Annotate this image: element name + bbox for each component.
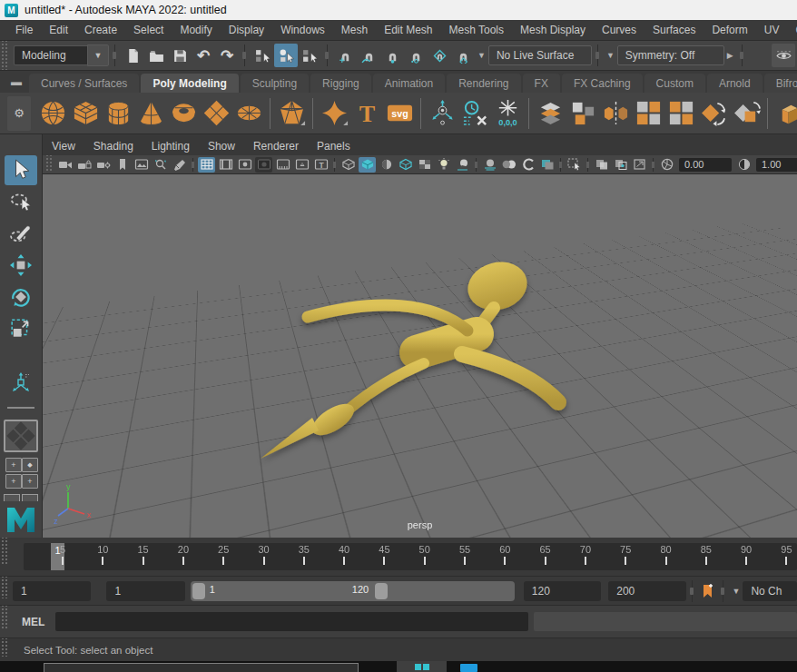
isolate-select-button[interactable] [566, 157, 583, 173]
menu-set-selector[interactable]: Modeling ▼ [14, 44, 109, 66]
menu-surfaces[interactable]: Surfaces [644, 21, 704, 39]
xray-button[interactable] [593, 157, 610, 173]
gate-mask-button[interactable] [255, 157, 272, 173]
chevron-down-icon[interactable]: ▼ [87, 44, 109, 66]
boolean-difference-button[interactable] [730, 96, 763, 131]
separate-button[interactable] [566, 96, 599, 131]
layout-single-pane-button[interactable] [4, 420, 38, 452]
shelf-tab-fx-caching[interactable]: FX Caching [562, 74, 643, 93]
shelf-tab-curves-surfaces[interactable]: Curves / Surfaces [29, 74, 139, 93]
select-by-hierarchy-button[interactable] [251, 44, 274, 67]
poly-cube-button[interactable] [69, 96, 102, 131]
viewport-persp[interactable]: y x z persp [43, 174, 797, 538]
lasso-tool[interactable] [5, 187, 37, 217]
shelf-tab-bifrost[interactable]: Bifrost [764, 74, 797, 93]
drag-grip[interactable] [0, 538, 8, 565]
animation-start-field[interactable]: 1 [13, 581, 91, 601]
layout-persp-outliner-button[interactable]: ◆ [22, 458, 38, 472]
drag-grip[interactable] [0, 606, 8, 629]
shelf-gear-icon[interactable]: ⚙ [7, 96, 31, 131]
shelf-tab-poly-modeling[interactable]: Poly Modeling [141, 74, 238, 93]
shelf-tab-rendering[interactable]: Rendering [447, 74, 520, 93]
rotate-tool[interactable] [5, 282, 37, 312]
mel-input[interactable] [55, 612, 528, 631]
combine-button[interactable] [534, 96, 566, 131]
snap-to-grid-button[interactable] [333, 44, 357, 67]
range-start-handle[interactable] [192, 583, 205, 599]
select-camera-button[interactable] [56, 157, 74, 173]
mel-label[interactable]: MEL [22, 616, 44, 628]
select-by-component-button[interactable] [298, 44, 321, 67]
snap-to-projected-center-button[interactable] [404, 44, 428, 67]
poly-plane-button[interactable] [200, 96, 232, 131]
menu-modify[interactable]: Modify [172, 21, 220, 39]
menu-mesh-display[interactable]: Mesh Display [512, 21, 594, 39]
extrude-button[interactable] [772, 96, 797, 131]
menu-uv[interactable]: UV [756, 21, 788, 39]
reduce-button[interactable] [664, 96, 697, 131]
panel-menu-show[interactable]: Show [199, 138, 244, 154]
poly-torus-button[interactable] [167, 96, 200, 131]
drag-grip[interactable] [0, 577, 8, 598]
wireframe-on-shaded-button[interactable] [397, 157, 414, 173]
chevron-down-icon[interactable]: ▼ [729, 587, 743, 596]
panel-menu-lighting[interactable]: Lighting [143, 138, 199, 154]
poly-sphere-button[interactable] [36, 96, 69, 131]
new-scene-button[interactable] [121, 44, 144, 67]
pan-zoom-button[interactable] [152, 157, 169, 173]
character-set-field[interactable]: No Ch [743, 581, 797, 601]
menu-edit[interactable]: Edit [41, 21, 76, 39]
freeze-transformations-button[interactable]: 0,0,0 [491, 96, 524, 131]
depth-peeling-button[interactable] [538, 157, 556, 173]
menu-edit-mesh[interactable]: Edit Mesh [376, 21, 440, 39]
panel-menu-renderer[interactable]: Renderer [244, 138, 308, 154]
live-surface-field[interactable]: No Live Surface [488, 45, 592, 65]
bookmark-button[interactable] [113, 157, 131, 173]
bookmark-add-button[interactable] [698, 581, 718, 601]
scale-tool[interactable] [5, 314, 37, 344]
chevron-right-icon[interactable]: ▶ [724, 51, 736, 60]
playback-start-field[interactable]: 1 [106, 581, 184, 601]
shadows-button[interactable] [454, 157, 471, 173]
make-live-button[interactable] [451, 44, 475, 67]
save-scene-button[interactable] [168, 44, 192, 67]
panel-menu-shading[interactable]: Shading [84, 138, 143, 154]
textured-button[interactable] [378, 157, 395, 173]
redo-button[interactable]: ↷ [215, 44, 239, 67]
super-shape-button[interactable] [318, 96, 350, 131]
delete-history-button[interactable] [458, 96, 491, 131]
drag-grip[interactable] [0, 41, 8, 70]
grid-button[interactable] [198, 157, 215, 173]
menu-select[interactable]: Select [125, 21, 172, 39]
menu-curves[interactable]: Curves [594, 21, 644, 39]
chevron-down-icon[interactable]: ▼ [604, 51, 617, 60]
film-gate-button[interactable] [217, 157, 234, 173]
symmetry-field[interactable]: Symmetry: Off [617, 45, 724, 65]
range-end-handle[interactable] [375, 583, 388, 599]
playback-end-field[interactable]: 120 [524, 581, 601, 601]
taskbar-blue-icon[interactable] [460, 664, 477, 672]
select-tool[interactable] [5, 155, 37, 185]
range-slider-track[interactable]: 1 120 [191, 581, 515, 601]
menu-create[interactable]: Create [76, 21, 125, 39]
svg-tool-button[interactable]: svg [383, 96, 416, 131]
layout-four-pane-a-button[interactable]: + [5, 458, 22, 472]
snap-to-point-button[interactable] [380, 44, 404, 67]
move-tool[interactable] [5, 251, 37, 281]
resolution-gate-button[interactable] [236, 157, 253, 173]
paint-selection-tool[interactable] [5, 219, 37, 249]
chevron-down-icon[interactable]: ▼ [475, 51, 488, 60]
smooth-shade-button[interactable] [359, 157, 376, 173]
poly-cone-button[interactable] [134, 96, 167, 131]
safe-action-button[interactable] [293, 157, 310, 173]
snap-to-view-plane-button[interactable] [428, 44, 451, 67]
select-by-object-button[interactable] [274, 44, 298, 67]
menu-generate[interactable]: Generate [787, 21, 797, 39]
sweep-mesh-button[interactable] [426, 96, 458, 131]
image-plane-button[interactable] [133, 157, 150, 173]
drag-grip[interactable] [0, 638, 8, 657]
exposure-icon[interactable] [658, 157, 675, 173]
mirror-button[interactable] [599, 96, 632, 131]
exposure-field[interactable]: 0.00 [679, 158, 732, 172]
motion-blur-button[interactable] [500, 157, 517, 173]
